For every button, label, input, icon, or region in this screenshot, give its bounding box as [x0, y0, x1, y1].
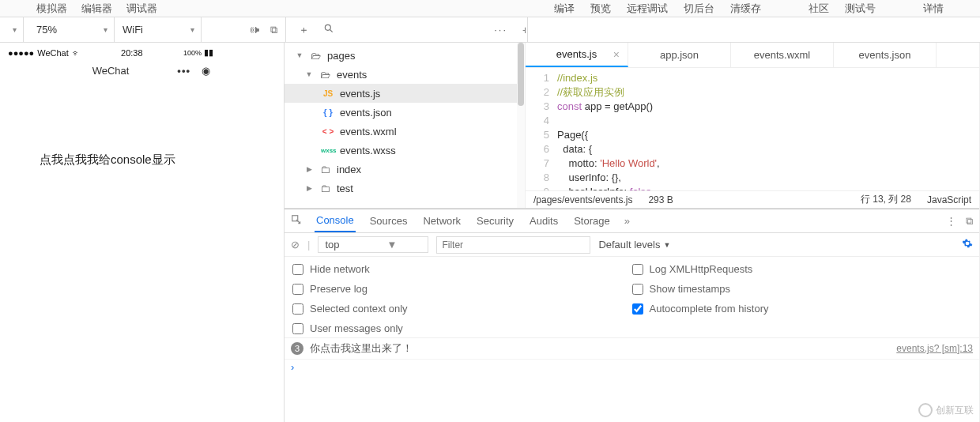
search-icon[interactable] — [323, 23, 334, 36]
menu-details[interactable]: 详情 — [923, 2, 944, 16]
folder-label: pages — [327, 50, 355, 62]
chk-selected-context[interactable]: Selected context only — [292, 303, 632, 315]
chk-user-messages[interactable]: User messages only — [292, 322, 632, 334]
log-levels-select[interactable]: Default levels▼ — [598, 239, 670, 251]
device-dropdown[interactable]: ▾ — [0, 17, 24, 42]
context-value: top — [325, 239, 339, 251]
carrier-label: WeChat — [37, 48, 69, 58]
menu-simulator[interactable]: 模拟器 — [36, 2, 67, 16]
toolbar: ▾ 75%▾ WiFi▾ 🕪 ⧉ ＋ ··· ⫞ — [0, 17, 980, 43]
folder-icon: 🗀 — [318, 183, 332, 194]
menu-editor[interactable]: 编辑器 — [81, 2, 112, 16]
folder-events[interactable]: ▼🗁events — [285, 65, 525, 84]
tab-audits[interactable]: Audits — [528, 209, 560, 232]
chevron-down-icon: ▾ — [13, 25, 17, 34]
tab-app-json[interactable]: app.json — [628, 43, 731, 67]
zoom-dropdown[interactable]: 75%▾ — [24, 17, 115, 42]
chk-hide-network[interactable]: Hide network — [292, 263, 632, 275]
tab-label: app.json — [660, 49, 699, 61]
inspect-icon[interactable] — [291, 214, 302, 228]
console-log-row[interactable]: 3 你点击我这里出来了！ events.js? [sm]:13 — [285, 338, 979, 360]
chk-autocomplete[interactable]: Autocomplete from history — [632, 303, 972, 315]
close-icon[interactable]: × — [613, 48, 620, 61]
file-events-wxml[interactable]: < >events.wxml — [285, 122, 525, 141]
tab-network[interactable]: Network — [421, 209, 462, 232]
capsule-more-icon[interactable]: ••• — [177, 65, 190, 77]
chk-log-xhr[interactable]: Log XMLHttpRequests — [632, 263, 972, 275]
menu-test[interactable]: 测试号 — [845, 2, 876, 16]
chevron-down-icon: ▼ — [663, 241, 670, 249]
chevron-down-icon: ▼ — [296, 51, 303, 59]
chevron-down-icon: ▼ — [386, 239, 397, 251]
console-prompt[interactable]: › — [285, 360, 979, 375]
levels-label: Default levels — [598, 239, 660, 251]
clock: 20:38 — [121, 48, 143, 58]
tab-storage[interactable]: Storage — [572, 209, 612, 232]
watermark: 创新互联 — [918, 403, 974, 417]
tab-events-json[interactable]: events.json — [834, 43, 937, 67]
menu-compile[interactable]: 编译 — [554, 2, 575, 16]
file-events-wxss[interactable]: wxssevents.wxss — [285, 141, 525, 160]
gear-icon[interactable] — [962, 238, 973, 251]
editor-status-bar: /pages/events/events.js 293 B 行 13, 列 28… — [526, 190, 979, 208]
menu-preview[interactable]: 预览 — [590, 2, 611, 16]
folder-open-icon: 🗁 — [308, 50, 322, 62]
file-explorer[interactable]: ▼🗁pages ▼🗁events JSevents.js { }events.j… — [285, 43, 526, 208]
folder-index[interactable]: ▶🗀index — [285, 160, 525, 179]
popout-icon[interactable]: ⧉ — [270, 24, 277, 36]
tab-events-js[interactable]: events.js× — [526, 43, 628, 67]
network-value: WiFi — [122, 24, 143, 36]
file-label: events.wxml — [340, 126, 397, 138]
tab-events-wxml[interactable]: events.wxml — [731, 43, 834, 67]
more-icon[interactable]: ··· — [494, 24, 507, 36]
battery-icon: ▮▮ — [204, 47, 213, 57]
tap-me-text[interactable]: 点我点我我给console显示 — [40, 153, 175, 166]
log-count-badge: 3 — [291, 342, 303, 355]
simulator-panel: ●●●●● WeChat ᯤ 20:38 100% ▮▮ WeChat ••• … — [0, 43, 285, 422]
file-label: events.json — [340, 107, 392, 119]
folder-label: events — [337, 69, 367, 81]
zoom-value: 75% — [36, 24, 57, 36]
tree-scrollbar[interactable] — [517, 43, 525, 208]
file-events-json[interactable]: { }events.json — [285, 103, 525, 122]
dock-icon[interactable]: ⧉ — [966, 215, 973, 228]
watermark-text: 创新互联 — [936, 404, 974, 417]
code-editor[interactable]: 12345678910 //index.js//获取应用实例const app … — [526, 68, 979, 190]
folder-pages[interactable]: ▼🗁pages — [285, 46, 525, 65]
json-icon: { } — [321, 107, 335, 117]
filter-input[interactable] — [436, 236, 590, 254]
file-events-js[interactable]: JSevents.js — [285, 84, 525, 103]
menu-clear-cache[interactable]: 清缓存 — [730, 2, 761, 16]
folder-test[interactable]: ▶🗀test — [285, 179, 525, 198]
chevron-down-icon: ▾ — [190, 25, 194, 34]
wxml-icon: < > — [321, 127, 335, 136]
chk-show-timestamps[interactable]: Show timestamps — [632, 283, 972, 295]
language-mode[interactable]: JavaScript — [927, 194, 971, 205]
tab-console[interactable]: Console — [315, 209, 356, 232]
add-icon[interactable]: ＋ — [299, 23, 309, 37]
signal-icon: ●●●●● — [8, 48, 34, 58]
capsule-target-icon[interactable]: ◉ — [202, 65, 210, 77]
network-dropdown[interactable]: WiFi▾ — [115, 17, 202, 42]
kebab-icon[interactable]: ⋮ — [946, 215, 956, 228]
chevron-right-icon: ▶ — [305, 184, 313, 192]
menu-background[interactable]: 切后台 — [684, 2, 714, 16]
chk-preserve-log[interactable]: Preserve log — [292, 283, 632, 295]
tab-security[interactable]: Security — [475, 209, 515, 232]
context-select[interactable]: top▼ — [318, 236, 428, 253]
tabs-overflow-icon[interactable]: » — [624, 215, 630, 227]
log-source-link[interactable]: events.js? [sm]:13 — [896, 343, 973, 354]
folder-label: test — [337, 183, 353, 194]
svg-line-1 — [330, 30, 333, 32]
file-size: 293 B — [648, 194, 673, 205]
split-icon[interactable]: ⫞ — [522, 24, 527, 36]
menu-remote-debug[interactable]: 远程调试 — [627, 2, 668, 16]
chevron-right-icon: ▶ — [305, 165, 313, 173]
mute-icon[interactable]: 🕪 — [249, 24, 259, 36]
clear-console-icon[interactable]: ⊘ — [291, 239, 300, 251]
tab-sources[interactable]: Sources — [368, 209, 409, 232]
menu-debugger[interactable]: 调试器 — [126, 2, 157, 16]
menu-community[interactable]: 社区 — [808, 2, 829, 16]
log-message: 你点击我这里出来了！ — [310, 341, 413, 356]
code-lines[interactable]: //index.js//获取应用实例const app = getApp()Pa… — [557, 68, 979, 190]
